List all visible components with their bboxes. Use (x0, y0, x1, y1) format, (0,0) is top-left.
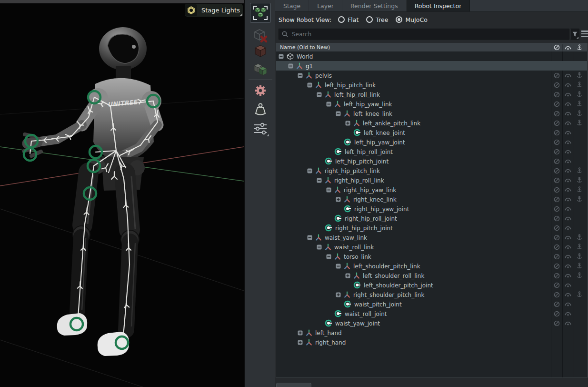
collapse-minus-icon[interactable] (336, 111, 341, 116)
visibility-curve-icon[interactable] (565, 273, 571, 278)
disable-icon[interactable] (554, 301, 560, 307)
visibility-curve-icon[interactable] (565, 82, 571, 88)
tree-row[interactable]: right_hip_pitch_joint (276, 223, 587, 233)
collapse-minus-icon[interactable] (288, 63, 293, 69)
search-box[interactable] (279, 29, 569, 40)
anchor-icon[interactable] (577, 234, 582, 241)
visibility-curve-icon[interactable] (565, 158, 571, 164)
tree-row[interactable]: waist_yaw_joint (276, 318, 587, 328)
anchor-icon[interactable] (577, 263, 582, 269)
tree-row[interactable]: right_hip_yaw_joint (276, 204, 587, 214)
disable-icon[interactable] (554, 177, 560, 183)
collapse-minus-icon[interactable] (317, 244, 322, 250)
radio-option-tree[interactable]: Tree (366, 16, 388, 23)
radio-button[interactable] (338, 16, 345, 23)
visibility-curve-icon[interactable] (565, 292, 571, 297)
visibility-curve-icon[interactable] (565, 139, 571, 145)
visibility-curve-icon[interactable] (565, 120, 571, 126)
disable-icon[interactable] (554, 234, 560, 241)
visibility-curve-icon[interactable] (565, 187, 571, 193)
collapse-minus-icon[interactable] (279, 54, 284, 59)
tree-row[interactable]: right_shoulder_pitch_link (276, 290, 587, 299)
tree-row[interactable]: left_shoulder_pitch_joint (276, 280, 587, 290)
tree-row[interactable]: pelvis (276, 71, 587, 80)
disable-icon[interactable] (554, 44, 560, 51)
anchor-icon[interactable] (577, 272, 582, 279)
disable-icon[interactable] (554, 273, 560, 279)
disable-icon[interactable] (554, 311, 560, 317)
tree-header[interactable]: Name (Old to New) (276, 43, 587, 51)
collapse-minus-icon[interactable] (326, 187, 331, 193)
visibility-curve-icon[interactable] (565, 206, 571, 212)
stage-lights-button[interactable]: Stage Lights (185, 4, 243, 17)
anchor-icon[interactable] (577, 177, 582, 183)
visibility-curve-icon[interactable] (565, 149, 571, 154)
collapse-minus-icon[interactable] (307, 82, 312, 88)
expand-plus-icon[interactable] (345, 121, 350, 126)
filter-button[interactable] (570, 29, 579, 40)
anchor-icon[interactable] (577, 291, 582, 298)
anchor-icon[interactable] (577, 44, 582, 51)
visibility-curve-icon[interactable] (565, 168, 571, 173)
disable-icon[interactable] (554, 282, 560, 288)
anchor-icon[interactable] (577, 167, 582, 174)
collapse-minus-icon[interactable] (307, 235, 312, 240)
radio-option-flat[interactable]: Flat (338, 16, 359, 23)
collapse-minus-icon[interactable] (336, 264, 341, 269)
disable-icon[interactable] (554, 225, 560, 231)
anchor-icon[interactable] (577, 91, 582, 98)
visibility-curve-icon[interactable] (565, 234, 571, 240)
disable-icon[interactable] (554, 254, 560, 260)
anchor-icon[interactable] (577, 120, 582, 126)
disable-icon[interactable] (554, 196, 560, 203)
disable-icon[interactable] (554, 149, 560, 155)
disable-icon[interactable] (554, 82, 560, 88)
collapse-minus-icon[interactable] (307, 168, 312, 173)
tree-row[interactable]: right_hip_yaw_link (276, 185, 587, 194)
tree-row[interactable]: left_hip_roll_joint (276, 147, 587, 156)
tree-row[interactable]: left_shoulder_roll_link (276, 271, 587, 280)
disable-icon[interactable] (554, 244, 560, 250)
tree-row[interactable]: right_hip_roll_joint (276, 214, 587, 223)
viewport-3d[interactable]: UNITREE (0, 0, 244, 387)
collapse-minus-icon[interactable] (317, 92, 322, 97)
tree-row[interactable]: left_hip_yaw_joint (276, 137, 587, 147)
tree-row[interactable]: left_hip_pitch_joint (276, 156, 587, 166)
anchor-icon[interactable] (577, 196, 582, 203)
expand-plus-icon[interactable] (336, 292, 341, 297)
visibility-curve-icon[interactable] (565, 320, 571, 326)
tree-row[interactable]: waist_pitch_joint (276, 299, 587, 309)
tree-row[interactable]: left_hip_pitch_link (276, 80, 587, 90)
tab-stage[interactable]: Stage (275, 0, 309, 11)
disable-icon[interactable] (554, 263, 560, 269)
expand-plus-icon[interactable] (298, 330, 303, 336)
tree-row[interactable]: World (276, 51, 587, 61)
gear-button[interactable] (250, 81, 271, 100)
tab-render-settings[interactable]: Render Settings (342, 0, 407, 11)
collapse-minus-icon[interactable] (317, 178, 322, 183)
visibility-curve-icon[interactable] (565, 225, 571, 231)
tree-row[interactable]: left_knee_joint (276, 128, 587, 137)
visibility-curve-icon[interactable] (565, 254, 571, 259)
disable-icon[interactable] (554, 72, 560, 79)
anchor-icon[interactable] (577, 244, 582, 250)
disable-icon[interactable] (554, 320, 560, 326)
visibility-curve-icon[interactable] (565, 215, 571, 221)
disable-icon[interactable] (554, 101, 560, 107)
disable-icon[interactable] (554, 92, 560, 98)
disable-icon[interactable] (554, 130, 560, 136)
expand-plus-icon[interactable] (298, 340, 303, 345)
disable-icon[interactable] (554, 206, 560, 212)
tree-row[interactable]: left_hand (276, 328, 587, 337)
search-input[interactable] (291, 31, 566, 38)
visibility-curve-icon[interactable] (565, 177, 571, 183)
tree-row[interactable]: left_hip_yaw_link (276, 99, 587, 109)
visibility-curve-icon[interactable] (565, 72, 571, 78)
visibility-curve-icon[interactable] (565, 311, 571, 316)
visibility-curve-icon[interactable] (565, 130, 571, 135)
collapse-minus-icon[interactable] (298, 73, 303, 78)
cube-pair-button[interactable] (250, 60, 271, 79)
disable-icon[interactable] (554, 111, 560, 117)
disable-icon[interactable] (554, 139, 560, 145)
visibility-curve-icon[interactable] (565, 301, 571, 307)
